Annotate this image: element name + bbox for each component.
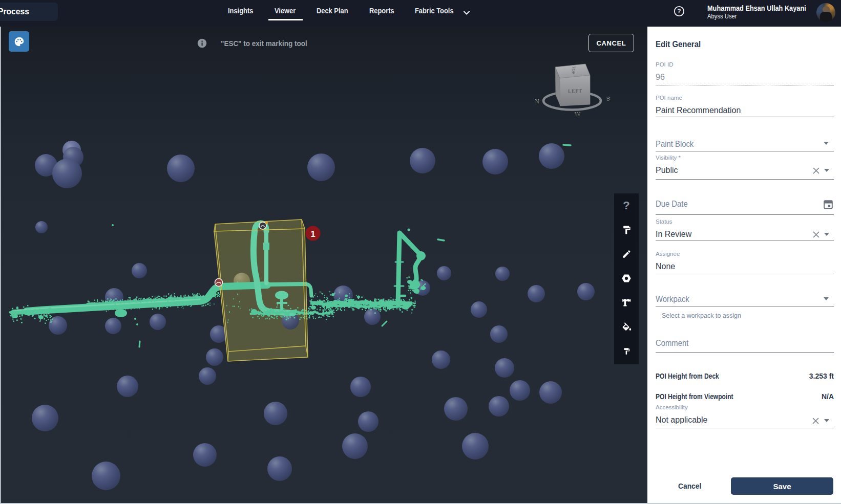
svg-text:?: ? <box>677 8 681 15</box>
svg-text:S: S <box>606 96 610 102</box>
svg-text:W: W <box>575 112 580 118</box>
svg-text:LEFT: LEFT <box>568 87 582 94</box>
svg-text:N: N <box>535 99 539 105</box>
svg-text:1: 1 <box>310 229 315 238</box>
